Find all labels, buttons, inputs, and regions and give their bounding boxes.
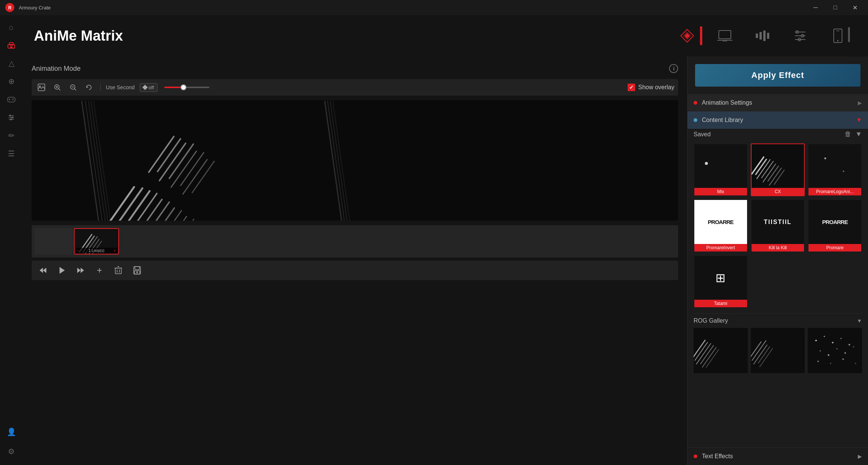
saved-item-tatami[interactable]: ⊞ Tatami	[694, 255, 748, 308]
rog-gallery-header[interactable]: ROG Gallery ▼	[694, 313, 862, 328]
brightness-slider[interactable]	[164, 87, 209, 88]
sidebar-item-settings[interactable]: ⚙	[3, 443, 20, 460]
rog-thumb-3[interactable]	[808, 328, 862, 373]
play-button[interactable]	[55, 264, 69, 277]
sidebar: ⌂ △ ⊕	[0, 15, 23, 465]
loop-count-label: 1 Loop(s)	[79, 249, 113, 253]
svg-point-15	[9, 115, 11, 117]
show-overlay-checkbox[interactable]	[628, 84, 635, 91]
svg-point-144	[830, 363, 831, 364]
add-clip-button[interactable]: +	[93, 264, 106, 277]
saved-item-cx[interactable]: CX	[751, 143, 805, 196]
svg-point-141	[845, 352, 846, 354]
saved-thumbnails-grid: Mix	[694, 143, 862, 308]
content-library-section[interactable]: Content Library ▼	[688, 111, 868, 129]
sidebar-item-archive[interactable]: ☰	[3, 145, 20, 162]
maximize-button[interactable]: □	[827, 2, 844, 14]
svg-point-146	[855, 363, 856, 364]
app-window: R Armoury Crate ─ □ ✕ ⌂ △ ⊕	[0, 0, 868, 465]
svg-text:R: R	[8, 5, 12, 11]
nav-laptop[interactable]	[714, 23, 736, 49]
mix-label: Mix	[694, 188, 747, 195]
svg-point-136	[840, 338, 842, 339]
main-panel: Animation Mode ℹ	[23, 56, 687, 465]
cx-label: CX	[752, 188, 804, 195]
nav-phone[interactable]	[827, 23, 849, 49]
off-toggle[interactable]: off	[140, 83, 157, 92]
playback-controls: +	[32, 261, 678, 280]
rog-thumb-1[interactable]	[694, 328, 748, 373]
content-library-label: Content Library	[702, 117, 856, 123]
text-effects-arrow: ▶	[858, 453, 862, 459]
svg-point-9	[12, 99, 12, 100]
sidebar-item-home[interactable]: ⌂	[3, 19, 20, 35]
text-effects-dot	[694, 454, 697, 458]
svg-marker-95	[40, 268, 43, 273]
saved-item-promare-invert[interactable]: PROARRE PromareInvert	[694, 199, 748, 252]
svg-rect-21	[719, 30, 731, 39]
sidebar-item-scenario[interactable]: △	[3, 55, 20, 72]
rog-thumb-2[interactable]	[751, 328, 805, 373]
mix-dot	[705, 162, 708, 165]
animation-settings-dot	[694, 101, 697, 105]
animation-settings-label: Animation Settings	[702, 99, 858, 106]
sidebar-item-paint[interactable]: ✏	[3, 127, 20, 144]
animation-settings-arrow: ▶	[858, 100, 862, 106]
save-button[interactable]	[130, 264, 144, 277]
loop-plus[interactable]: +	[114, 248, 116, 253]
toolbar: Use Second off Show overlay	[32, 79, 678, 96]
info-icon[interactable]: ℹ	[669, 64, 678, 73]
nav-icons	[676, 23, 849, 49]
svg-point-142	[853, 346, 854, 347]
saved-label: Saved	[694, 131, 711, 138]
svg-point-36	[837, 40, 839, 41]
saved-item-promare[interactable]: PROARRE Promare	[808, 199, 862, 252]
sidebar-item-aura[interactable]	[3, 37, 20, 53]
saved-item-kill-la-kill[interactable]: TIISTIIL Kill la Kill	[751, 199, 805, 252]
forward-button[interactable]	[74, 264, 87, 277]
close-button[interactable]: ✕	[846, 2, 863, 14]
off-label: off	[148, 85, 154, 90]
saved-item-mix[interactable]: Mix	[694, 143, 748, 196]
sidebar-item-gamepad[interactable]	[3, 91, 20, 108]
svg-point-145	[842, 358, 844, 360]
saved-item-promare-logo-ani[interactable]: PromareLogoAni...	[808, 143, 862, 196]
right-panel: Apply Effect Animation Settings ▶ Conten…	[687, 56, 868, 465]
show-overlay-label: Show overlay	[638, 84, 674, 91]
tatami-symbol: ⊞	[715, 271, 726, 285]
svg-marker-98	[77, 268, 81, 273]
zoom-out-button[interactable]	[67, 81, 79, 93]
canvas-area	[32, 100, 678, 221]
rewind-button[interactable]	[36, 264, 50, 277]
animation-mode-title: Animation Mode	[32, 65, 81, 73]
sidebar-item-sync[interactable]: ⊕	[3, 73, 20, 90]
kill-la-kill-text: TIISTIIL	[764, 219, 792, 226]
animation-settings-section[interactable]: Animation Settings ▶	[688, 94, 868, 111]
nav-gaming[interactable]	[676, 23, 698, 49]
delete-clip-button[interactable]	[112, 264, 125, 277]
svg-rect-27	[767, 33, 769, 39]
svg-point-139	[828, 354, 829, 356]
svg-point-134	[824, 336, 825, 337]
image-tool-button[interactable]	[35, 81, 47, 93]
apply-effect-button[interactable]: Apply Effect	[695, 64, 860, 87]
timeline-track-empty	[35, 228, 72, 255]
svg-point-133	[815, 340, 817, 341]
text-effects-section[interactable]: Text Effects ▶	[688, 447, 868, 465]
svg-rect-26	[763, 30, 766, 41]
minimize-button[interactable]: ─	[807, 2, 824, 14]
sidebar-item-user[interactable]: 👤	[3, 424, 20, 440]
window-controls: ─ □ ✕	[807, 2, 863, 14]
timeline-clip-active[interactable]: − 1 Loop(s) +	[74, 228, 119, 255]
svg-rect-106	[135, 267, 139, 270]
refresh-button[interactable]	[83, 81, 95, 93]
collapse-saved-button[interactable]: ▼	[855, 130, 862, 138]
sidebar-item-tune[interactable]	[3, 109, 20, 126]
svg-rect-132	[808, 328, 862, 373]
nav-settings[interactable]	[789, 23, 811, 49]
show-overlay-area: Show overlay	[628, 84, 674, 91]
svg-rect-4	[10, 46, 12, 48]
nav-audio[interactable]	[751, 23, 774, 49]
delete-saved-button[interactable]: 🗑	[845, 130, 851, 138]
zoom-in-button[interactable]	[51, 81, 63, 93]
